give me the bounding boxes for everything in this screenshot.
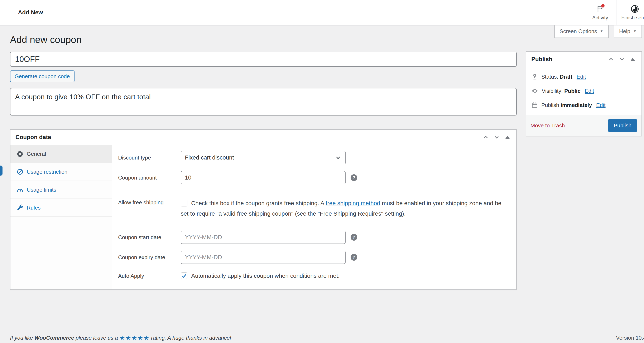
generate-coupon-code-button[interactable]: Generate coupon code bbox=[10, 70, 74, 82]
publish-metabox: Publish bbox=[526, 51, 642, 136]
discount-type-select[interactable]: Fixed cart discount bbox=[181, 151, 346, 164]
footer-text-suffix: rating. A huge thanks in advance! bbox=[150, 335, 231, 341]
auto-apply-label: Auto Apply bbox=[112, 273, 181, 279]
calendar-icon bbox=[531, 102, 538, 108]
wrench-icon bbox=[17, 204, 23, 211]
discount-type-value: Fixed cart discount bbox=[185, 154, 234, 161]
chevron-up-icon bbox=[482, 134, 489, 141]
discount-type-row: Discount type Fixed cart discount bbox=[112, 151, 516, 164]
move-up-button[interactable] bbox=[480, 132, 491, 143]
triangle-up-icon bbox=[631, 58, 635, 61]
tab-label: Usage restriction bbox=[27, 169, 68, 175]
schedule-text: Publish immediately bbox=[541, 102, 592, 108]
help-icon[interactable]: ? bbox=[350, 254, 357, 261]
screen-meta-tabs: Screen Options ▼ Help ▼ bbox=[554, 25, 642, 38]
toggle-panel-button[interactable] bbox=[502, 132, 513, 143]
free-shipping-description: Check this box if the coupon grants free… bbox=[181, 198, 516, 219]
tab-usage-restriction[interactable]: Usage restriction bbox=[10, 163, 112, 181]
auto-apply-text: Automatically apply this coupon when con… bbox=[191, 271, 340, 281]
coupon-amount-label: Coupon amount bbox=[112, 175, 181, 181]
move-up-button[interactable] bbox=[606, 54, 616, 65]
breadcrumb: Add New bbox=[0, 9, 43, 16]
footer-text-prefix: If you like bbox=[10, 335, 34, 341]
schedule-label: Publish bbox=[541, 102, 559, 108]
version-text: Version 10.4.3 bbox=[616, 335, 644, 341]
coupon-data-title: Coupon data bbox=[16, 134, 480, 141]
circle-slash-icon bbox=[17, 168, 23, 175]
finish-setup-button[interactable]: Finish setup bbox=[616, 0, 644, 25]
free-shipping-checkbox[interactable] bbox=[181, 200, 188, 206]
start-date-row: Coupon start date ? bbox=[112, 231, 516, 244]
chevron-down-icon bbox=[335, 154, 342, 161]
edit-visibility-link[interactable]: Edit bbox=[585, 88, 594, 94]
triangle-up-icon bbox=[506, 136, 510, 139]
start-date-label: Coupon start date bbox=[112, 234, 181, 241]
tab-general[interactable]: General bbox=[10, 145, 112, 163]
gear-icon bbox=[17, 151, 23, 157]
edit-status-link[interactable]: Edit bbox=[576, 74, 586, 80]
visibility-value: Public bbox=[564, 88, 580, 94]
eye-icon bbox=[531, 87, 538, 94]
checkmark-icon bbox=[181, 273, 187, 279]
auto-apply-row: Auto Apply Automatically apply this coup… bbox=[112, 271, 516, 281]
pin-icon bbox=[531, 73, 538, 80]
help-label: Help bbox=[619, 28, 630, 35]
visibility-row: Visibility: Public Edit bbox=[531, 86, 636, 95]
coupon-code-input[interactable] bbox=[10, 52, 517, 67]
coupon-expiry-date-input[interactable] bbox=[181, 251, 346, 264]
free-shipping-method-link[interactable]: free shipping method bbox=[326, 200, 380, 206]
tab-label: Rules bbox=[27, 205, 40, 211]
gauge-icon bbox=[17, 186, 23, 193]
general-panel: Discount type Fixed cart discount Coupon… bbox=[112, 145, 516, 289]
coupon-data-body: General Usage restriction bbox=[10, 145, 516, 289]
move-down-button[interactable] bbox=[491, 132, 502, 143]
publish-body: Status: Draft Edit Visibility: Public Ed… bbox=[526, 67, 642, 110]
expiry-date-label: Coupon expiry date bbox=[112, 254, 181, 261]
status-label: Status: bbox=[541, 74, 558, 80]
publish-button[interactable]: Publish bbox=[608, 119, 637, 132]
coupon-description-textarea[interactable]: A coupon to give 10% OFF on the cart tot… bbox=[10, 88, 517, 115]
help-icon[interactable]: ? bbox=[350, 174, 357, 181]
coupon-data-tabs: General Usage restriction bbox=[10, 145, 112, 289]
expiry-date-row: Coupon expiry date ? bbox=[112, 251, 516, 264]
publish-header[interactable]: Publish bbox=[526, 52, 642, 67]
tab-label: General bbox=[27, 151, 46, 157]
activity-button[interactable]: Activity bbox=[584, 0, 616, 25]
coupon-amount-row: Coupon amount ? bbox=[112, 171, 516, 184]
help-icon[interactable]: ? bbox=[350, 234, 357, 241]
admin-header-bar: Add New Activity bbox=[0, 0, 644, 25]
coupon-data-header[interactable]: Coupon data bbox=[10, 130, 516, 145]
screen-options-button[interactable]: Screen Options ▼ bbox=[554, 25, 609, 38]
edit-schedule-link[interactable]: Edit bbox=[596, 102, 606, 108]
free-shipping-row: Allow free shipping Check this box if th… bbox=[112, 192, 516, 224]
coupon-amount-input[interactable] bbox=[181, 171, 346, 184]
tab-usage-limits[interactable]: Usage limits bbox=[10, 181, 112, 199]
schedule-value: immediately bbox=[561, 102, 592, 108]
footer-text-mid: please leave us a bbox=[74, 335, 119, 341]
coupon-start-date-input[interactable] bbox=[181, 231, 346, 244]
finish-setup-label: Finish setup bbox=[621, 15, 644, 21]
tab-label: Usage limits bbox=[27, 187, 56, 193]
move-to-trash-link[interactable]: Move to Trash bbox=[530, 122, 565, 129]
move-down-button[interactable] bbox=[616, 54, 627, 65]
help-button[interactable]: Help ▼ bbox=[614, 25, 642, 38]
auto-apply-checkbox[interactable] bbox=[181, 273, 188, 279]
woocommerce-add-coupon-page: Add New Activity bbox=[0, 0, 644, 343]
free-shipping-text-1: Check this box if the coupon grants free… bbox=[191, 200, 326, 206]
tab-rules[interactable]: Rules bbox=[10, 199, 112, 217]
page-title: Add new coupon bbox=[10, 33, 517, 46]
admin-footer: If you like WooCommerce please leave us … bbox=[10, 334, 644, 342]
free-shipping-label: Allow free shipping bbox=[112, 198, 181, 206]
chevron-down-icon bbox=[618, 56, 625, 62]
status-value: Draft bbox=[560, 74, 572, 80]
chevron-down-icon: ▼ bbox=[600, 29, 603, 33]
status-text: Status: Draft bbox=[541, 74, 572, 80]
toggle-panel-button[interactable] bbox=[627, 54, 638, 65]
status-row: Status: Draft Edit bbox=[531, 72, 636, 81]
visibility-text: Visibility: Public bbox=[542, 88, 580, 94]
visibility-label: Visibility: bbox=[542, 88, 563, 94]
activity-label: Activity bbox=[592, 15, 608, 21]
footer-thanks: If you like WooCommerce please leave us … bbox=[10, 334, 231, 342]
rating-stars-link[interactable]: ★★★★★ bbox=[119, 335, 150, 341]
editor-column: Add new coupon Generate coupon code A co… bbox=[10, 25, 517, 290]
